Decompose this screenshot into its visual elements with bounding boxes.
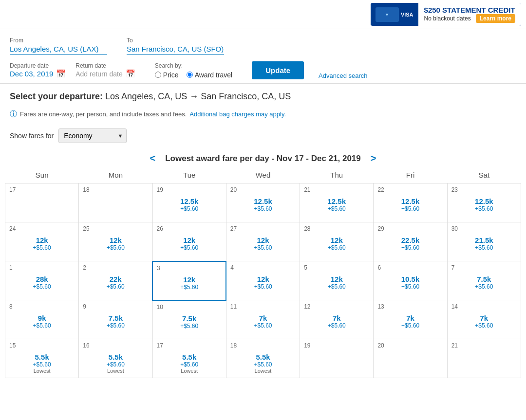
fare-fee: +$5.60 [377, 244, 443, 251]
fare-amount: 12k [83, 236, 148, 244]
calendar-cell[interactable]: 2212.5k+$5.60 [374, 183, 447, 222]
fare-fee: +$5.60 [451, 205, 517, 212]
calendar-cell[interactable]: 2922.5k+$5.60 [374, 222, 447, 261]
fare-fee: +$5.60 [377, 283, 443, 290]
fare-lowest-label: Lowest [9, 368, 75, 374]
departure-heading-bold: Select your departure: [10, 91, 103, 101]
calendar-row: 89k+$5.6097.5k+$5.60107.5k+$5.60117k+$5.… [5, 300, 521, 339]
calendar-cell[interactable]: 175.5k+$5.60Lowest [152, 339, 226, 378]
show-fares-label: Show fares for [10, 132, 54, 140]
calendar-cell[interactable]: 2412k+$5.60 [5, 222, 79, 261]
header-wed: Wed [226, 167, 300, 183]
fare-amount: 5.5k [83, 353, 148, 361]
fare-lowest-label: Lowest [230, 368, 296, 374]
fare-fee: +$5.60 [157, 205, 222, 212]
calendar-cell[interactable]: 312k+$5.60 [152, 261, 226, 300]
banner-amount: $250 STATEMENT CREDIT [424, 6, 515, 14]
calendar-next-button[interactable]: > [371, 153, 376, 164]
calendar-cell[interactable]: 107.5k+$5.60 [152, 300, 226, 339]
calendar-cell[interactable]: 77.5k+$5.60 [447, 261, 521, 300]
calendar-cell[interactable]: 2612k+$5.60 [152, 222, 226, 261]
calendar-cell[interactable]: 1912.5k+$5.60 [152, 183, 226, 222]
return-date-placeholder[interactable]: Add return date [75, 70, 123, 78]
to-value[interactable]: San Francisco, CA, US (SFO) [127, 45, 224, 55]
no-blackout-text: No blackout dates [424, 15, 471, 22]
fare-amount: 12.5k [304, 197, 369, 205]
fare-fee: +$5.60 [157, 361, 222, 368]
calendar-cell[interactable]: 117k+$5.60 [226, 300, 300, 339]
calendar-header: < Lowest award fare per day - Nov 17 - D… [5, 150, 521, 167]
fares-link[interactable]: Additional bag charges may apply. [189, 110, 286, 118]
advanced-search-link[interactable]: Advanced search [319, 72, 367, 79]
calendar-cell[interactable]: 2112.5k+$5.60 [300, 183, 374, 222]
calendar-cell[interactable]: 2312.5k+$5.60 [447, 183, 521, 222]
fare-amount: 12k [230, 236, 296, 244]
fares-select[interactable]: Economy First Business [58, 128, 127, 143]
calendar-cell[interactable]: 137k+$5.60 [374, 300, 447, 339]
calendar-cell: 17 [5, 183, 79, 222]
calendar-day-number: 5 [304, 264, 369, 271]
from-field-group: From Los Angeles, CA, US (LAX) [10, 37, 107, 55]
departure-date-value[interactable]: Dec 03, 2019 [10, 70, 53, 78]
fare-amount: 5.5k [9, 353, 75, 361]
calendar-cell[interactable]: 2812k+$5.60 [300, 222, 374, 261]
calendar-cell[interactable]: 89k+$5.60 [5, 300, 79, 339]
fare-lowest-label: Lowest [157, 368, 222, 374]
fare-fee: +$5.60 [83, 322, 148, 329]
award-radio[interactable] [187, 72, 193, 78]
header-thu: Thu [300, 167, 374, 183]
return-calendar-icon[interactable]: 📅 [126, 69, 135, 78]
price-radio-item[interactable]: Price [155, 71, 179, 79]
to-label: To [127, 37, 224, 44]
fares-info-bar: ⓘ Fares are one-way, per person, and inc… [0, 105, 526, 124]
calendar-day-number: 15 [9, 342, 75, 349]
calendar-day-number: 20 [230, 186, 296, 193]
learn-more-button[interactable]: Learn more [476, 14, 515, 23]
price-radio[interactable] [155, 72, 161, 78]
fare-amount: 22k [83, 275, 148, 283]
fare-fee: +$5.60 [157, 244, 222, 251]
calendar-cell[interactable]: 185.5k+$5.60Lowest [226, 339, 300, 378]
calendar-cell[interactable]: 2012.5k+$5.60 [226, 183, 300, 222]
calendar-cell[interactable]: 412k+$5.60 [226, 261, 300, 300]
fare-amount: 12k [9, 236, 75, 244]
calendar-cell[interactable]: 128k+$5.60 [5, 261, 79, 300]
calendar-cell[interactable]: 147k+$5.60 [447, 300, 521, 339]
fare-amount: 21.5k [451, 236, 517, 244]
award-radio-label: Award travel [195, 71, 233, 79]
calendar-row: 155.5k+$5.60Lowest165.5k+$5.60Lowest175.… [5, 339, 521, 378]
fare-amount: 12.5k [451, 197, 517, 205]
calendar-day-number: 16 [83, 342, 148, 349]
calendar-header-row: Sun Mon Tue Wed Thu Fri Sat [5, 167, 521, 183]
calendar-day-number: 1 [9, 264, 75, 271]
calendar-cell[interactable]: 512k+$5.60 [300, 261, 374, 300]
calendar-day-number: 3 [157, 265, 222, 272]
update-button[interactable]: Update [252, 61, 304, 79]
calendar-day-number: 17 [157, 342, 222, 349]
award-radio-item[interactable]: Award travel [187, 71, 233, 79]
header-tue: Tue [152, 167, 226, 183]
calendar-body: 17181912.5k+$5.602012.5k+$5.602112.5k+$5… [5, 183, 521, 378]
calendar-cell: 19 [300, 339, 374, 378]
calendar-cell[interactable]: 610.5k+$5.60 [374, 261, 447, 300]
radio-row: Price Award travel [155, 71, 232, 79]
fare-fee: +$5.60 [157, 284, 222, 291]
calendar-cell[interactable]: 127k+$5.60 [300, 300, 374, 339]
calendar-prev-button[interactable]: < [150, 153, 156, 164]
departure-calendar-icon[interactable]: 📅 [56, 69, 66, 78]
calendar-cell[interactable]: 222k+$5.60 [79, 261, 152, 300]
calendar-cell[interactable]: 3021.5k+$5.60 [447, 222, 521, 261]
fare-fee: +$5.60 [230, 322, 296, 329]
calendar-day-number: 13 [377, 303, 443, 310]
calendar-day-number: 8 [9, 303, 75, 310]
calendar-cell[interactable]: 2712k+$5.60 [226, 222, 300, 261]
from-value[interactable]: Los Angeles, CA, US (LAX) [10, 45, 107, 55]
calendar-day-number: 28 [304, 225, 369, 232]
calendar-cell[interactable]: 155.5k+$5.60Lowest [5, 339, 79, 378]
calendar-cell[interactable]: 97.5k+$5.60 [79, 300, 152, 339]
calendar-day-number: 10 [157, 304, 222, 310]
calendar-day-number: 18 [230, 342, 296, 349]
fare-fee: +$5.60 [230, 361, 296, 368]
calendar-cell[interactable]: 165.5k+$5.60Lowest [79, 339, 152, 378]
calendar-cell[interactable]: 2512k+$5.60 [79, 222, 152, 261]
